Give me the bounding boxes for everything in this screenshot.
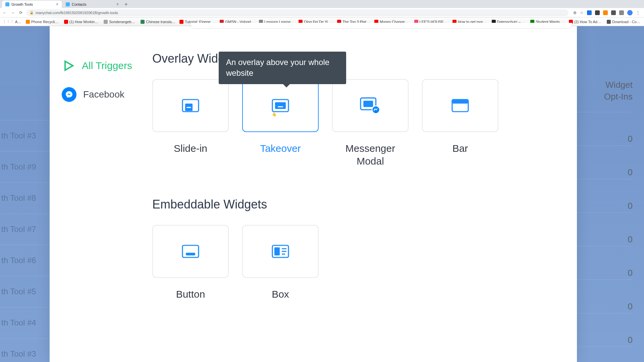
widget-label: Slide-in <box>152 142 229 155</box>
backdrop-optins-value: 0 <box>577 313 633 345</box>
backdrop-right-column: Widget Opt-Ins 0 0 0 0 0 0 0 0 <box>577 26 644 362</box>
button-icon <box>182 244 199 259</box>
page-viewport: th Tool #3 th Tool #9 th Tool #8 th Tool… <box>0 26 644 362</box>
sidebar-item-facebook[interactable]: Facebook <box>62 80 137 109</box>
svg-marker-0 <box>65 61 73 70</box>
profile-avatar[interactable] <box>627 10 633 15</box>
box-icon <box>272 244 289 259</box>
backdrop-tool-row: th Tool #6 <box>0 245 50 276</box>
svg-rect-12 <box>182 245 199 257</box>
widget-card[interactable] <box>242 225 319 278</box>
extension-icon[interactable] <box>603 10 608 15</box>
svg-rect-11 <box>452 100 468 104</box>
backdrop-left-column: th Tool #3 th Tool #9 th Tool #8 th Tool… <box>0 26 50 362</box>
widget-label: Messenger Modal <box>332 142 409 167</box>
tab-favicon <box>66 2 70 6</box>
apps-button[interactable]: ⋮⋮⋮ Apps <box>3 19 22 24</box>
url-bar[interactable]: 🔒 manychat.com/fb198150208192061B/growth… <box>26 9 569 16</box>
svg-rect-5 <box>275 102 286 109</box>
backdrop-tool-row: th Tool #9 <box>0 151 50 182</box>
widget-card[interactable] <box>332 79 409 132</box>
extension-icon[interactable] <box>595 10 600 15</box>
reload-button[interactable]: ⟳ <box>18 10 23 15</box>
section-title-overlay: Overlay Widgets <box>152 52 564 66</box>
messenger-modal-icon <box>360 97 381 114</box>
back-button[interactable]: ← <box>2 10 7 15</box>
bookmark-favicon <box>141 20 145 24</box>
widget-selector-panel: All Triggers Facebook Overlay Widgets <box>50 26 577 362</box>
browser-toolbar: ← → ⟳ 🔒 manychat.com/fb198150208192061B/… <box>0 8 644 17</box>
sidebar-item-label: All Triggers <box>82 60 132 71</box>
svg-rect-15 <box>274 247 280 255</box>
overlay-widgets-row: Slide-in An overlay above your whole web… <box>152 79 564 167</box>
url-text: manychat.com/fb198150208192061B/growth-t… <box>36 11 118 15</box>
backdrop-optins-value: 0 <box>577 179 633 211</box>
backdrop-optins-value: 0 <box>577 213 633 245</box>
browser-tab-growth-tools[interactable]: Growth Tools × <box>2 1 62 8</box>
tab-title: Growth Tools <box>11 2 54 6</box>
widget-card[interactable] <box>152 79 229 132</box>
sidebar-item-label: Facebook <box>83 89 124 100</box>
tab-strip: Growth Tools × Contacts × + <box>0 0 644 8</box>
backdrop-optins-value: 0 <box>577 280 633 312</box>
sidebar-item-all-triggers[interactable]: All Triggers <box>62 52 137 80</box>
bookmark-favicon <box>64 20 68 24</box>
forward-button[interactable]: → <box>10 10 15 15</box>
apps-icon: ⋮⋮⋮ <box>3 19 14 24</box>
zoom-icon[interactable]: ⊕ <box>573 10 577 15</box>
browser-tab-contacts[interactable]: Contacts × <box>62 1 122 8</box>
svg-rect-6 <box>278 106 283 107</box>
browser-chrome: Growth Tools × Contacts × + ← → ⟳ 🔒 many… <box>0 0 644 26</box>
bookmark-item[interactable]: Download - Cooki... <box>607 20 641 24</box>
extension-icon[interactable] <box>619 10 624 15</box>
extension-icon[interactable] <box>587 10 592 15</box>
bookmark-item[interactable]: (1) How Working a... <box>64 20 100 24</box>
widget-messenger-modal[interactable]: Messenger Modal <box>332 79 409 167</box>
bookmark-label: Download - Cooki... <box>612 20 641 24</box>
backdrop-tool-row: th Tool #3 <box>0 120 50 151</box>
svg-rect-13 <box>186 253 195 255</box>
close-tab-icon[interactable]: × <box>116 2 119 7</box>
backdrop-tool-row: th Tool #7 <box>0 214 50 245</box>
lock-icon: 🔒 <box>30 11 34 14</box>
backdrop-right-header: Widget <box>577 26 633 90</box>
section-title-embed: Embeddable Widgets <box>152 197 564 212</box>
widget-label: Bar <box>422 142 498 155</box>
widget-slide-in[interactable]: Slide-in <box>152 79 229 167</box>
tooltip: An overlay above your whole website <box>219 52 346 84</box>
bookmark-item[interactable]: Chinese translatio... <box>141 20 175 24</box>
new-tab-button[interactable]: + <box>123 1 129 8</box>
widget-button[interactable]: Button <box>152 225 229 301</box>
play-outline-icon <box>62 59 75 72</box>
close-tab-icon[interactable]: × <box>56 2 58 7</box>
widget-box[interactable]: Box <box>242 225 319 301</box>
widget-card[interactable]: An overlay above your whole website 👆 <box>242 79 319 132</box>
bookmark-item[interactable]: Sonderangebot! ... <box>104 20 137 24</box>
widget-card[interactable] <box>422 79 498 132</box>
backdrop-optins-value: 0 <box>577 112 633 144</box>
svg-rect-3 <box>186 107 191 108</box>
tab-favicon <box>5 2 9 6</box>
extension-icon[interactable] <box>611 10 616 15</box>
bookmark-label: Phone Recycling ... <box>31 20 60 24</box>
widget-bar[interactable]: Bar <box>422 79 498 167</box>
backdrop-tool-row: th Tool #5 <box>0 276 50 307</box>
backdrop-right-header: Opt-Ins <box>577 90 633 102</box>
backdrop-tool-row: th Tool #3 <box>0 338 50 362</box>
bookmark-favicon <box>179 20 183 24</box>
backdrop-optins-value: 0 <box>577 347 633 362</box>
panel-main: Overlay Widgets Slide-in An overlay a <box>147 26 577 362</box>
cursor-icon: 👆 <box>272 112 277 117</box>
bookmark-label: (1) How Working a... <box>69 20 100 24</box>
widget-label: Takeover <box>242 142 319 155</box>
widget-card[interactable] <box>152 225 229 278</box>
star-icon[interactable]: ☆ <box>580 10 584 15</box>
widget-label: Button <box>152 288 229 301</box>
kebab-menu-icon[interactable]: ⋮ <box>636 10 640 15</box>
bar-icon <box>451 98 469 113</box>
bookmark-favicon <box>104 20 108 24</box>
widget-takeover[interactable]: An overlay above your whole website 👆 Ta… <box>242 79 319 167</box>
bookmark-item[interactable]: (2) How To Add A... <box>569 20 603 24</box>
backdrop-tool-row: th Tool #8 <box>0 182 50 214</box>
bookmark-item[interactable]: Phone Recycling ... <box>26 20 60 24</box>
